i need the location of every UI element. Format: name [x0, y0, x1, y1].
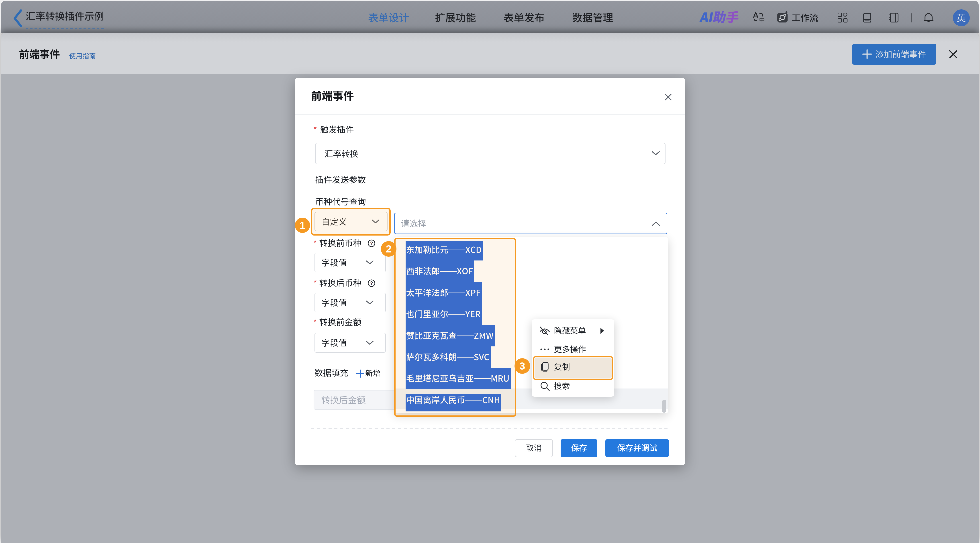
- svg-text:?: ?: [370, 280, 373, 286]
- svg-text:?: ?: [370, 240, 373, 246]
